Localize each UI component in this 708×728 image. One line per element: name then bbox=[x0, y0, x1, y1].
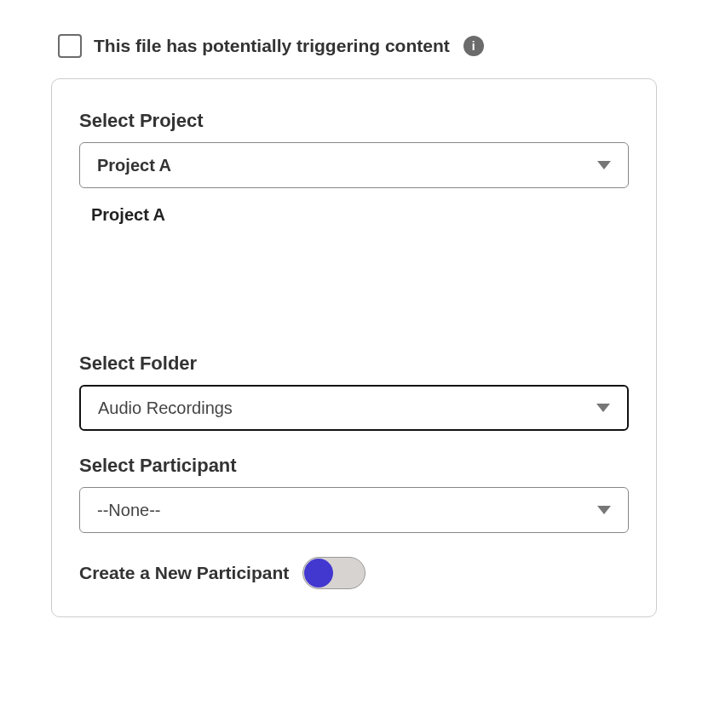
form-panel: Select Project Project A Project A Selec… bbox=[51, 78, 657, 617]
project-field: Select Project Project A Project A bbox=[79, 110, 629, 225]
project-select-value: Project A bbox=[97, 156, 171, 175]
participant-label: Select Participant bbox=[79, 455, 629, 477]
create-participant-label: Create a New Participant bbox=[79, 563, 289, 583]
trigger-content-label: This file has potentially triggering con… bbox=[94, 36, 450, 56]
chevron-down-icon bbox=[597, 161, 611, 169]
project-option-label: Project A bbox=[91, 205, 165, 224]
folder-select-value: Audio Recordings bbox=[98, 398, 233, 418]
participant-select[interactable]: --None-- bbox=[79, 487, 629, 533]
participant-field: Select Participant --None-- bbox=[79, 455, 629, 533]
project-option[interactable]: Project A bbox=[79, 205, 629, 225]
project-select[interactable]: Project A bbox=[79, 142, 629, 188]
trigger-content-checkbox[interactable] bbox=[58, 34, 82, 58]
folder-label: Select Folder bbox=[79, 353, 629, 375]
chevron-down-icon bbox=[596, 404, 610, 412]
create-participant-toggle[interactable] bbox=[302, 557, 366, 589]
participant-select-value: --None-- bbox=[97, 501, 160, 520]
toggle-knob bbox=[304, 559, 333, 588]
info-icon[interactable]: i bbox=[463, 36, 484, 56]
chevron-down-icon bbox=[597, 506, 611, 514]
project-label: Select Project bbox=[79, 110, 629, 132]
create-participant-row: Create a New Participant bbox=[79, 557, 629, 589]
trigger-content-row: This file has potentially triggering con… bbox=[51, 34, 657, 58]
folder-select[interactable]: Audio Recordings bbox=[79, 385, 629, 431]
folder-field: Select Folder Audio Recordings bbox=[79, 353, 629, 431]
